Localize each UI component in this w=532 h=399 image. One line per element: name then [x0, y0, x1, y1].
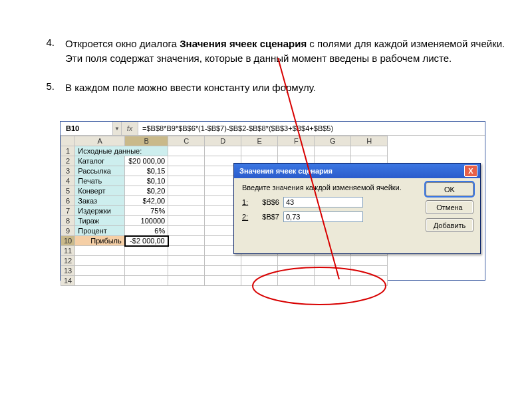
col-header-A[interactable]: A: [75, 136, 125, 146]
cell[interactable]: [351, 256, 388, 266]
close-icon[interactable]: X: [464, 165, 477, 177]
value-input-2[interactable]: [283, 211, 363, 222]
row-header[interactable]: 3: [61, 166, 75, 176]
add-button[interactable]: Добавить: [426, 218, 473, 232]
cell[interactable]: [168, 176, 205, 186]
cell[interactable]: [241, 276, 278, 286]
cell[interactable]: 100000: [125, 216, 168, 226]
row-header[interactable]: 10: [61, 236, 75, 246]
cell[interactable]: 75%: [125, 206, 168, 216]
col-header-B[interactable]: B: [125, 136, 168, 146]
cell[interactable]: [351, 146, 388, 156]
cell[interactable]: [168, 196, 205, 206]
dialog-titlebar[interactable]: Значения ячеек сценария X: [234, 164, 480, 178]
cell[interactable]: [351, 276, 388, 286]
cell[interactable]: [168, 256, 205, 266]
row-header[interactable]: 8: [61, 216, 75, 226]
col-header-D[interactable]: D: [205, 136, 241, 146]
cell[interactable]: [125, 276, 168, 286]
cell[interactable]: [241, 266, 278, 276]
cell-ref: $B$6: [253, 198, 283, 206]
cell[interactable]: Рассылка: [75, 166, 125, 176]
cell[interactable]: [205, 256, 241, 266]
value-input-1[interactable]: [283, 197, 363, 207]
cell[interactable]: [241, 256, 278, 266]
row-header[interactable]: 2: [61, 156, 75, 166]
cell[interactable]: [278, 276, 315, 286]
cell[interactable]: [315, 256, 351, 266]
cell[interactable]: [241, 146, 278, 156]
slide: 4. Откроется окно диалога Значения ячеек…: [0, 0, 532, 399]
cell[interactable]: [278, 256, 315, 266]
cell[interactable]: [168, 236, 205, 246]
cell[interactable]: Издержки: [75, 206, 125, 216]
cell[interactable]: $20 000,00: [125, 156, 168, 166]
cell[interactable]: [168, 206, 205, 216]
formula-value[interactable]: =$B$8*B9*$B$6*(1-$B$7)-$B$2-$B$8*($B$3+$…: [138, 122, 485, 135]
fx-label: fx: [122, 122, 138, 135]
cell[interactable]: [205, 266, 241, 276]
cell[interactable]: [278, 146, 315, 156]
cell[interactable]: Процент: [75, 226, 125, 236]
col-header-E[interactable]: E: [241, 136, 278, 146]
row-header[interactable]: 14: [61, 276, 75, 286]
ok-button[interactable]: OK: [426, 182, 473, 196]
cell[interactable]: [168, 216, 205, 226]
cell[interactable]: [168, 246, 205, 256]
cell[interactable]: $42,00: [125, 196, 168, 206]
point-4-number: 4.: [27, 37, 65, 66]
cell[interactable]: [125, 246, 168, 256]
cell[interactable]: Прибыль: [75, 236, 125, 246]
cell[interactable]: $0,15: [125, 166, 168, 176]
cell[interactable]: [168, 146, 205, 156]
cell[interactable]: [351, 266, 388, 276]
cell[interactable]: [168, 156, 205, 166]
cell[interactable]: [125, 256, 168, 266]
row-header[interactable]: 11: [61, 246, 75, 256]
name-box-dropdown-icon[interactable]: ▼: [113, 122, 122, 135]
cell[interactable]: Заказ: [75, 196, 125, 206]
cell[interactable]: Тираж: [75, 216, 125, 226]
cell[interactable]: [205, 276, 241, 286]
row-header[interactable]: 4: [61, 176, 75, 186]
col-header-C[interactable]: C: [168, 136, 205, 146]
cell[interactable]: [168, 186, 205, 196]
cell[interactable]: Исходные данные:: [75, 146, 168, 156]
cell-selected[interactable]: -$2 000,00: [125, 236, 168, 246]
row-header[interactable]: 9: [61, 226, 75, 236]
cell[interactable]: [75, 256, 125, 266]
row-header[interactable]: 13: [61, 266, 75, 276]
cell[interactable]: [315, 266, 351, 276]
row-header[interactable]: 7: [61, 206, 75, 216]
row-header[interactable]: 5: [61, 186, 75, 196]
row-header[interactable]: 1: [61, 146, 75, 156]
cell[interactable]: [75, 276, 125, 286]
cell[interactable]: [278, 266, 315, 276]
col-header-F[interactable]: F: [278, 136, 315, 146]
point-4: 4. Откроется окно диалога Значения ячеек…: [27, 37, 505, 66]
col-header-G[interactable]: G: [315, 136, 351, 146]
cell[interactable]: [205, 146, 241, 156]
col-header-H[interactable]: H: [351, 136, 388, 146]
name-box[interactable]: B10: [61, 122, 113, 135]
cell[interactable]: 6%: [125, 226, 168, 236]
cell[interactable]: $0,20: [125, 186, 168, 196]
cell[interactable]: [75, 266, 125, 276]
cell[interactable]: [168, 166, 205, 176]
row-header[interactable]: 12: [61, 256, 75, 266]
cell[interactable]: [168, 276, 205, 286]
cancel-button[interactable]: Отмена: [426, 200, 473, 214]
point-5-number: 5.: [27, 80, 65, 95]
cell[interactable]: Печать: [75, 176, 125, 186]
cell[interactable]: [315, 276, 351, 286]
row-header[interactable]: 6: [61, 196, 75, 206]
cell[interactable]: [125, 266, 168, 276]
cell[interactable]: [168, 226, 205, 236]
corner-cell[interactable]: [61, 136, 75, 146]
cell[interactable]: [75, 246, 125, 256]
cell[interactable]: Каталог: [75, 156, 125, 166]
cell[interactable]: [168, 266, 205, 276]
cell[interactable]: Конверт: [75, 186, 125, 196]
cell[interactable]: [315, 146, 351, 156]
cell[interactable]: $0,10: [125, 176, 168, 186]
